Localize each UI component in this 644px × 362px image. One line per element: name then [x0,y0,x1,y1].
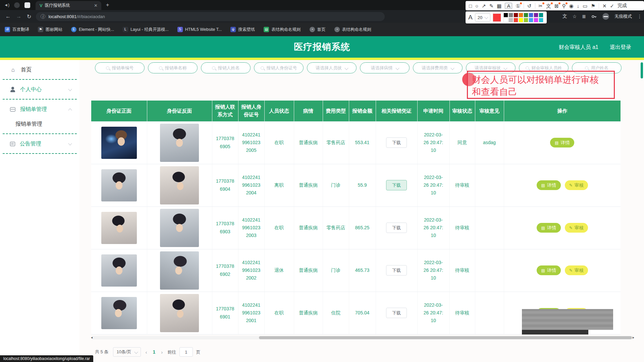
idcard-front-photo[interactable] [101,254,137,287]
filter-person-name[interactable]: 报销人姓名 [201,62,251,73]
filter-person-idcard[interactable]: 报销人身份证号 [254,62,304,73]
review-button[interactable]: ✎审核 [565,223,588,233]
reading-list-icon[interactable]: ≣ [582,14,586,19]
sidebar-item-notice-mgmt[interactable]: 公告管理 [0,136,79,151]
text-tool-icon[interactable]: A [505,3,512,9]
current-color-swatch[interactable] [493,13,501,22]
window-tool-icon[interactable]: ▭ [583,3,587,8]
reload-icon[interactable]: ↻ [27,13,31,20]
idcard-front-photo[interactable] [101,297,137,329]
review-button[interactable]: ✎审核 [565,180,588,190]
review-button[interactable]: ✎审核 [565,265,588,276]
idcard-back-photo[interactable] [160,294,199,332]
detail-button[interactable]: ▤详情 [550,138,574,148]
arrow-tool-icon[interactable]: ↗ [482,3,486,8]
bookmark-item[interactable]: 5HTML5 Website T... [177,27,222,32]
palette-color-swatch[interactable] [534,13,538,17]
bookmark-item[interactable]: ◔首页 [310,27,326,33]
rectangle-tool-icon[interactable]: □ [469,3,472,8]
palette-color-swatch[interactable] [529,18,533,22]
extension-icon[interactable] [24,2,30,8]
forward-icon[interactable]: → [16,13,21,19]
browser-menu-icon[interactable]: ⋮ [637,14,642,19]
bookmark-item[interactable]: ▤表结构命名规则 [264,27,301,33]
download-tool-icon[interactable]: ↓ [577,3,580,8]
download-button[interactable]: 下载 [386,223,407,233]
filter-fee-type-select[interactable]: 请选择费用类 [413,62,463,73]
download-button[interactable]: 下载 [386,137,407,148]
cancel-capture-icon[interactable]: ✕ [602,3,607,8]
sidebar-item-home[interactable]: ⌂ 首页 [0,62,79,77]
prev-page-icon[interactable]: ‹ [146,349,147,355]
bookmark-item[interactable]: ⚑图标网站 [38,27,62,33]
palette-color-swatch[interactable] [519,13,523,17]
bookmark-star-icon[interactable]: ☆ [573,14,577,19]
goto-page-input[interactable] [179,347,193,357]
palette-color-swatch[interactable] [503,18,508,22]
palette-color-swatch[interactable] [503,13,508,17]
palette-color-swatch[interactable] [534,18,538,22]
pin-tool-icon[interactable]: ⚲ [562,3,566,8]
logout-link[interactable]: 退出登录 [610,44,631,51]
filter-bill-name[interactable]: 报销单名称 [148,62,198,73]
bookmark-item[interactable]: LLayui - 经典开源模... [123,27,169,33]
address-bar[interactable]: i localhost:8081/#/biaoxiaodan [36,12,385,21]
palette-color-swatch[interactable] [539,18,543,22]
scrollbar-thumb[interactable] [259,336,632,339]
palette-color-swatch[interactable] [508,13,513,17]
sidebar-item-personal-center[interactable]: 个人中心 [0,82,79,97]
site-info-icon[interactable]: i [41,14,45,19]
scroll-right-icon[interactable]: ▸ [633,336,634,339]
confirm-capture-icon[interactable]: ✓ [610,3,614,8]
page-size-select[interactable]: 10条/页 [113,347,141,357]
download-button[interactable]: 下载 [386,265,407,276]
download-button[interactable]: 下载 [386,180,407,190]
ellipse-tool-icon[interactable]: ○ [475,3,478,8]
palette-color-swatch[interactable] [529,13,533,17]
page-vertical-scrollbar-thumb[interactable] [641,62,643,78]
sidebar-subitem-reimburse-list[interactable]: 报销单管理 [0,117,79,131]
palette-color-swatch[interactable] [514,18,518,22]
browser-tab[interactable]: V 医疗报销系统 ✕ [36,1,101,10]
detail-button[interactable]: ▤详情 [537,265,561,276]
record-tool-icon[interactable]: ◉ [569,3,574,8]
tab-close-icon[interactable]: ✕ [93,3,99,8]
idcard-back-photo[interactable] [160,166,199,204]
new-tab-button[interactable]: + [106,2,109,8]
bookmark-item[interactable]: ◔表结构命名规则 [334,27,372,33]
translate-tool-icon[interactable]: 文 [546,3,551,8]
idcard-back-photo[interactable] [160,209,199,247]
detail-button[interactable]: ▤详情 [537,180,561,190]
detail-button[interactable]: ▤详情 [537,223,561,233]
idcard-back-photo[interactable] [160,124,199,162]
bookmark-item[interactable]: EElement - 网站快... [71,27,114,33]
palette-color-swatch[interactable] [524,13,528,17]
filter-bill-no[interactable]: 报销单编号 [95,62,145,73]
bookmark-item[interactable]: ψ搜索壁纸 [230,27,255,33]
sidebar-item-reimburse-mgmt[interactable]: 报销单管理 [0,102,79,117]
translate-icon[interactable]: 文 [562,13,567,19]
palette-color-swatch[interactable] [524,18,528,22]
undo-icon[interactable]: ↺ [527,3,532,8]
horizontal-scrollbar[interactable]: ◂ ▸ [91,336,634,340]
scroll-left-icon[interactable]: ◂ [91,336,93,339]
idcard-front-photo[interactable] [101,169,137,201]
done-label[interactable]: 完成 [618,3,627,9]
bookmark-tool-icon[interactable]: ⚑ [591,3,595,8]
scissors-icon[interactable]: ✂ [539,3,543,8]
download-button[interactable]: 下载 [386,308,407,318]
filter-staff-status-select[interactable]: 请选择人员状 [307,62,357,73]
key-icon[interactable] [591,14,597,19]
ocr-tool-icon[interactable]: ⊠ [554,3,559,8]
font-size-select[interactable]: 20 [475,13,490,21]
palette-color-swatch[interactable] [539,13,543,17]
pencil-tool-icon[interactable]: ✎ [489,3,494,8]
color-palette[interactable] [503,13,543,22]
filter-illness-select[interactable]: 请选择病情 [360,62,410,73]
idcard-front-photo[interactable] [101,127,137,159]
palette-color-swatch[interactable] [514,13,518,17]
idcard-back-photo[interactable] [160,251,199,290]
palette-color-swatch[interactable] [519,18,523,22]
next-page-icon[interactable]: › [161,349,163,355]
mosaic-tool-icon[interactable]: ▦ [497,3,501,8]
